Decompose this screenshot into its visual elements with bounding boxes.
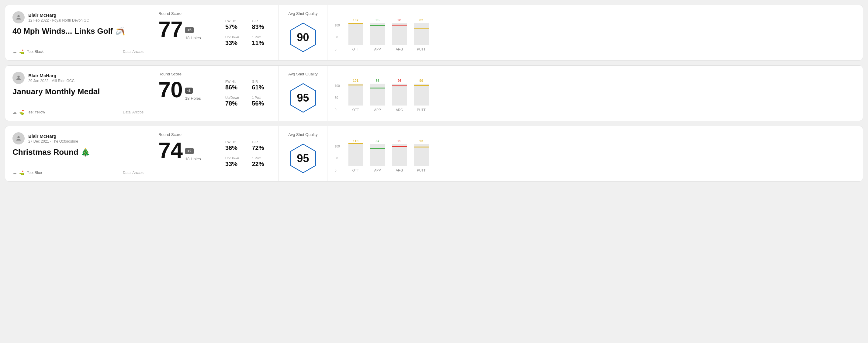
bar-group-putt: 82 PUTT	[414, 18, 429, 51]
card-footer-2: ☁ ⛳ Tee: Blue Data: Arccos	[12, 170, 144, 175]
card-middle-0: Round Score 77 +5 18 Holes	[151, 5, 218, 60]
card-quality-0: Avg Shot Quality 90	[279, 5, 328, 60]
tee-info-0: ☁ ⛳ Tee: Black	[12, 49, 43, 54]
tee-info-2: ☁ ⛳ Tee: Blue	[12, 170, 42, 175]
player-name-1: Blair McHarg	[28, 73, 74, 78]
bar-group-putt: 93 PUTT	[414, 139, 429, 172]
bar-group-app: 86 APP	[370, 79, 385, 112]
card-chart-0: 100 50 0 107 OTT 95 APP 98	[328, 5, 863, 60]
stat-gir-2: GIR 72%	[252, 140, 272, 151]
stat-oneputt-2: 1 Putt 22%	[252, 156, 272, 167]
score-area-1: 70 -2 18 Holes	[158, 79, 210, 101]
data-source-1: Data: Arccos	[123, 110, 144, 114]
bag-icon: ⛳	[19, 170, 24, 175]
round-title-1: January Monthly Medal	[12, 87, 144, 96]
y-axis-labels: 100 50 0	[335, 24, 340, 51]
score-badge-2: +2	[185, 148, 194, 154]
y-axis-labels: 100 50 0	[335, 145, 340, 172]
user-icon	[15, 74, 22, 81]
avg-shot-label-0: Avg Shot Quality	[288, 11, 318, 16]
round-card-0: Blair McHarg 12 Feb 2022 · Royal North D…	[5, 5, 863, 61]
card-middle-1: Round Score 70 -2 18 Holes	[151, 66, 218, 121]
player-name-0: Blair McHarg	[28, 12, 89, 18]
tee-info-1: ☁ ⛳ Tee: Yellow	[12, 110, 45, 115]
card-footer-1: ☁ ⛳ Tee: Yellow Data: Arccos	[12, 110, 144, 115]
round-score-label-0: Round Score	[158, 11, 210, 16]
tee-color-0: Tee: Black	[27, 50, 43, 54]
card-middle-2: Round Score 74 +2 18 Holes	[151, 126, 218, 181]
holes-label-0: 18 Holes	[185, 36, 201, 40]
score-badge-1: -2	[185, 88, 193, 94]
weather-icon: ☁	[12, 170, 17, 175]
stat-updown-1: Up/Down 78%	[225, 96, 245, 107]
big-score-2: 74	[158, 139, 183, 161]
bar-group-arg: 95 ARG	[392, 139, 407, 172]
card-left-2: Blair McHarg 27 Dec 2021 · The Oxfordshi…	[5, 126, 151, 181]
user-icon	[15, 14, 22, 21]
stat-gir-1: GIR 61%	[252, 80, 272, 91]
hex-score-2: 95	[297, 152, 309, 165]
round-title-0: 40 Mph Winds... Links Golf 🪃	[12, 27, 144, 36]
weather-icon: ☁	[12, 110, 17, 115]
tee-color-2: Tee: Blue	[27, 170, 42, 175]
score-badge-0: +5	[185, 27, 194, 33]
card-left-0: Blair McHarg 12 Feb 2022 · Royal North D…	[5, 5, 151, 60]
bar-group-ott: 110 OTT	[348, 139, 363, 172]
avg-shot-label-1: Avg Shot Quality	[288, 72, 318, 76]
score-area-2: 74 +2 18 Holes	[158, 139, 210, 161]
card-chart-1: 100 50 0 101 OTT 86 APP 96	[328, 66, 863, 121]
stat-oneputt-0: 1 Putt 11%	[252, 35, 272, 46]
score-area-0: 77 +5 18 Holes	[158, 18, 210, 40]
card-footer-0: ☁ ⛳ Tee: Black Data: Arccos	[12, 49, 144, 54]
stats-grid-2: FW Hit 36% GIR 72% Up/Down 33% 1 Putt 22…	[225, 140, 271, 167]
bar-group-ott: 107 OTT	[348, 18, 363, 51]
big-score-1: 70	[158, 79, 183, 101]
avatar-1	[12, 72, 25, 84]
round-score-label-1: Round Score	[158, 72, 210, 76]
bar-group-app: 87 APP	[370, 139, 385, 172]
hexagon-2: 95	[288, 142, 318, 175]
y-axis-labels: 100 50 0	[335, 84, 340, 112]
player-info-0: Blair McHarg 12 Feb 2022 · Royal North D…	[12, 11, 144, 23]
player-date-2: 27 Dec 2021 · The Oxfordshire	[28, 139, 78, 144]
avg-shot-label-2: Avg Shot Quality	[288, 132, 318, 137]
card-stats-1: FW Hit 86% GIR 61% Up/Down 78% 1 Putt 56…	[218, 66, 279, 121]
round-card-1: Blair McHarg 29 Jan 2022 · Mill Ride GCC…	[5, 65, 863, 121]
hexagon-1: 95	[288, 81, 318, 115]
bar-group-arg: 98 ARG	[392, 18, 407, 51]
avatar-0	[12, 11, 25, 23]
svg-point-2	[17, 136, 20, 138]
round-score-label-2: Round Score	[158, 132, 210, 137]
tee-color-1: Tee: Yellow	[27, 110, 45, 114]
bar-group-ott: 101 OTT	[348, 79, 363, 112]
stat-gir-0: GIR 83%	[252, 19, 272, 30]
card-stats-0: FW Hit 57% GIR 83% Up/Down 33% 1 Putt 11…	[218, 5, 279, 60]
stat-oneputt-1: 1 Putt 56%	[252, 96, 272, 107]
player-name-2: Blair McHarg	[28, 133, 78, 139]
data-source-2: Data: Arccos	[123, 170, 144, 175]
holes-label-1: 18 Holes	[185, 96, 201, 101]
svg-point-1	[17, 76, 20, 78]
stat-fw-hit-2: FW Hit 36%	[225, 140, 245, 151]
player-info-1: Blair McHarg 29 Jan 2022 · Mill Ride GCC	[12, 72, 144, 84]
hexagon-0: 90	[288, 21, 318, 54]
hex-score-1: 95	[297, 92, 309, 104]
bag-icon: ⛳	[19, 110, 24, 115]
hex-score-0: 90	[297, 31, 309, 44]
stat-updown-0: Up/Down 33%	[225, 35, 245, 46]
user-icon	[15, 135, 22, 142]
round-title-2: Christmas Round 🎄	[12, 148, 144, 157]
card-left-1: Blair McHarg 29 Jan 2022 · Mill Ride GCC…	[5, 66, 151, 121]
data-source-0: Data: Arccos	[123, 50, 144, 54]
card-stats-2: FW Hit 36% GIR 72% Up/Down 33% 1 Putt 22…	[218, 126, 279, 181]
bar-group-arg: 96 ARG	[392, 79, 407, 112]
stat-updown-2: Up/Down 33%	[225, 156, 245, 167]
svg-point-0	[17, 15, 20, 17]
player-date-1: 29 Jan 2022 · Mill Ride GCC	[28, 79, 74, 83]
big-score-0: 77	[158, 18, 183, 40]
holes-label-2: 18 Holes	[185, 157, 201, 161]
card-quality-2: Avg Shot Quality 95	[279, 126, 328, 181]
weather-icon: ☁	[12, 49, 17, 54]
stats-grid-1: FW Hit 86% GIR 61% Up/Down 78% 1 Putt 56…	[225, 80, 271, 107]
player-date-0: 12 Feb 2022 · Royal North Devon GC	[28, 18, 89, 23]
